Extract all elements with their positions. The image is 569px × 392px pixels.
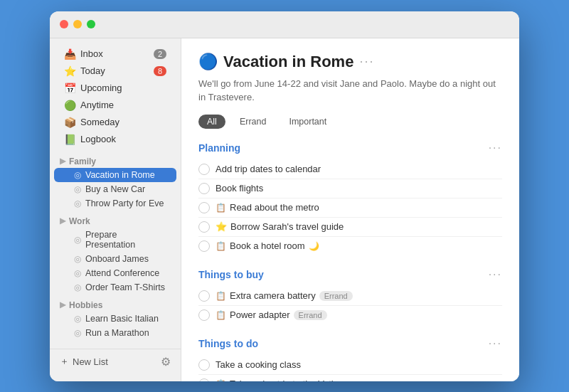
task-checkbox[interactable] (198, 221, 210, 233)
sidebar-item-upcoming[interactable]: 📅 Upcoming (54, 80, 176, 97)
task-list-things-to-buy: 📋Extra camera batteryErrand📋Power adapte… (198, 287, 502, 324)
sidebar-item-basic-italian[interactable]: ◎ Learn Basic Italian (54, 312, 176, 326)
task-tag: Errand (294, 310, 327, 320)
task-text: 📋Book a hotel room🌙 (216, 240, 502, 251)
anytime-icon: 🟢 (64, 100, 75, 111)
task-note-icon: 📋 (216, 241, 226, 251)
sidebar-item-inbox[interactable]: 📥 Inbox 2 (54, 46, 176, 63)
content-area: 📥 Inbox 2 ⭐ Today 8 📅 Upcoming 🟢 Anytime… (50, 38, 519, 381)
task-checkbox[interactable] (198, 378, 210, 381)
sidebar-item-buy-car[interactable]: ◎ Buy a New Car (54, 182, 176, 196)
task-checkbox[interactable] (198, 183, 210, 194)
someday-icon: 📦 (64, 117, 75, 128)
task-text: Add trip dates to calendar (216, 164, 502, 174)
filter-tabs: AllErrandImportant (198, 115, 502, 129)
filter-tab-errand[interactable]: Errand (231, 115, 275, 129)
buy-car-label: Buy a New Car (85, 184, 145, 194)
sidebar-item-attend-conf[interactable]: ◎ Attend Conference (54, 266, 176, 280)
sidebar-item-order-tshirts[interactable]: ◎ Order Team T-Shirts (54, 280, 176, 295)
titlebar (50, 11, 519, 38)
order-tshirts-circle-icon: ◎ (74, 282, 81, 292)
new-list-button[interactable]: ＋ New List (60, 355, 108, 368)
group-header-hobbies: ▶Hobbies (50, 295, 181, 312)
prepare-pres-circle-icon: ◎ (74, 235, 81, 245)
section-more-things-to-do[interactable]: ··· (489, 337, 502, 350)
task-label: Borrow Sarah's travel guide (230, 221, 344, 232)
task-text: Take a cooking class (216, 359, 502, 370)
order-tshirts-label: Order Team T-Shirts (85, 282, 165, 292)
inbox-badge: 2 (154, 49, 166, 59)
task-item: 📋Power adapterErrand (198, 306, 502, 324)
sidebar-item-logbook[interactable]: 📗 Logbook (54, 131, 176, 148)
task-checkbox[interactable] (198, 290, 210, 302)
section-title-things-to-do: Things to do (198, 338, 258, 349)
task-item: Book flights (198, 179, 502, 198)
task-item: Add trip dates to calendar (198, 160, 502, 179)
close-button[interactable] (60, 20, 68, 28)
maximize-button[interactable] (87, 20, 95, 28)
task-label: Read about the metro (230, 202, 319, 213)
task-note-icon: 📋 (216, 379, 226, 381)
section-title-things-to-buy: Things to buy (198, 269, 264, 280)
upcoming-icon: 📅 (64, 83, 75, 94)
new-list-label: New List (73, 356, 108, 367)
task-checkbox[interactable] (198, 240, 210, 252)
task-list-things-to-do: Take a cooking class📋Take a day trip to … (198, 356, 502, 381)
vacation-rome-label: Vacation in Rome (85, 170, 155, 180)
app-window: 📥 Inbox 2 ⭐ Today 8 📅 Upcoming 🟢 Anytime… (50, 11, 519, 381)
task-item: ⭐Borrow Sarah's travel guide (198, 218, 502, 237)
project-title: Vacation in Rome (223, 53, 353, 71)
smart-lists-section: 📥 Inbox 2 ⭐ Today 8 📅 Upcoming 🟢 Anytime… (50, 46, 181, 148)
sidebar-item-today[interactable]: ⭐ Today 8 (54, 63, 176, 80)
task-text: Book flights (216, 183, 502, 194)
section-title-planning: Planning (198, 142, 240, 154)
inbox-icon: 📥 (64, 48, 75, 60)
section-more-things-to-buy[interactable]: ··· (489, 268, 502, 281)
sidebar-item-throw-party[interactable]: ◎ Throw Party for Eve (54, 196, 176, 211)
prepare-pres-label: Prepare Presentation (85, 230, 166, 250)
logbook-icon: 📗 (64, 134, 75, 145)
throw-party-label: Throw Party for Eve (85, 198, 164, 208)
task-item: 📋Book a hotel room🌙 (198, 237, 502, 255)
sidebar-item-someday[interactable]: 📦 Someday (54, 114, 176, 131)
sidebar-item-prepare-pres[interactable]: ◎ Prepare Presentation (54, 228, 176, 252)
task-checkbox[interactable] (198, 202, 210, 213)
task-text: 📋Read about the metro (216, 202, 502, 213)
onboard-james-circle-icon: ◎ (74, 254, 81, 264)
sidebar-item-vacation-rome[interactable]: ◎ Vacation in Rome (54, 168, 176, 182)
sidebar-item-anytime[interactable]: 🟢 Anytime (54, 97, 176, 114)
section-things-to-do: Things to do ··· Take a cooking class📋Ta… (198, 337, 502, 381)
task-list-planning: Add trip dates to calendarBook flights📋R… (198, 160, 502, 255)
section-planning: Planning ··· Add trip dates to calendarB… (198, 142, 502, 255)
task-checkbox[interactable] (198, 359, 210, 371)
task-item: Take a cooking class (198, 356, 502, 375)
chevron-icon: ▶ (60, 216, 65, 226)
task-checkbox[interactable] (198, 309, 210, 321)
project-description: We'll go from June 14-22 and visit Jane … (198, 77, 502, 105)
filter-tab-all[interactable]: All (198, 115, 225, 129)
task-label: Power adapter (230, 309, 290, 320)
filter-tab-important[interactable]: Important (280, 115, 335, 129)
task-label: Take a day trip to the Vatican (230, 378, 349, 381)
project-more-button[interactable]: ··· (359, 54, 374, 69)
task-text: 📋Take a day trip to the Vatican (216, 378, 502, 381)
anytime-label: Anytime (80, 100, 166, 110)
project-icon: 🔵 (198, 53, 218, 71)
section-more-planning[interactable]: ··· (489, 142, 502, 154)
sidebar-bottom: ＋ New List ⚙ (50, 349, 181, 374)
sidebar-item-run-marathon[interactable]: ◎ Run a Marathon (54, 326, 176, 340)
sidebar-item-onboard-james[interactable]: ◎ Onboard James (54, 252, 176, 266)
task-item: 📋Extra camera batteryErrand (198, 287, 502, 306)
chevron-icon: ▶ (60, 157, 65, 166)
traffic-lights (60, 20, 95, 28)
today-icon: ⭐ (64, 65, 75, 77)
run-marathon-circle-icon: ◎ (74, 328, 81, 338)
task-text: 📋Extra camera batteryErrand (216, 290, 502, 301)
star-icon: ⭐ (216, 221, 227, 232)
minimize-button[interactable] (73, 20, 82, 28)
task-item: 📋Take a day trip to the Vatican (198, 375, 502, 381)
filter-icon[interactable]: ⚙ (161, 355, 171, 369)
task-checkbox[interactable] (198, 164, 210, 175)
task-label: Extra camera battery (230, 290, 316, 301)
upcoming-label: Upcoming (80, 83, 166, 93)
